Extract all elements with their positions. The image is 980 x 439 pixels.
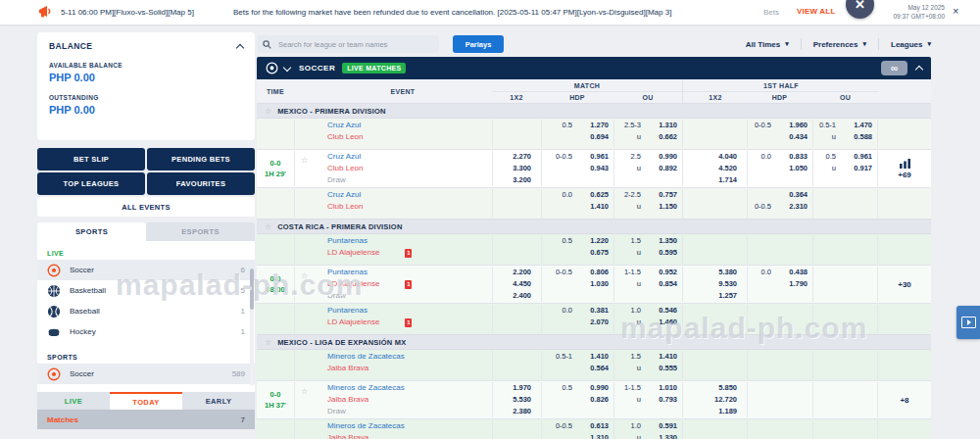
odds-price[interactable]: 12.720 [714,394,737,406]
view-all-link[interactable]: VIEW ALL [797,7,836,16]
odds-price[interactable]: 1.189 [718,406,737,417]
favourite-star-icon[interactable]: ☆ [265,107,271,116]
odds-price[interactable]: 1.410 [577,201,609,213]
parlays-button[interactable]: Parlays [453,35,504,53]
tab-today[interactable]: TODAY [110,392,182,410]
odds-price[interactable]: 0.555 [646,363,677,374]
odds-price[interactable]: 1.470 [841,120,872,131]
chevron-down-icon[interactable] [283,63,291,71]
odds-price[interactable]: 0.990 [646,151,677,163]
sidebar-item-soccer-live[interactable]: Soccer 6 [37,260,255,280]
odds-price[interactable]: 0.757 [646,189,677,201]
odds-price[interactable]: 1.790 [776,278,808,290]
odds-price[interactable]: 1.150 [646,201,677,213]
sidebar-item-soccer-sports[interactable]: Soccer 589 [37,364,255,384]
search-box[interactable] [257,35,439,53]
odds-price[interactable]: 5.530 [513,394,531,406]
collapse-chevron-icon[interactable] [236,43,244,51]
odds-price[interactable]: 1.010 [646,382,677,394]
infinity-toggle-button[interactable]: ∞ [881,61,907,75]
odds-price[interactable]: 1.050 [776,163,808,174]
odds-price[interactable]: 0.833 [776,151,808,163]
odds-price[interactable]: 1.960 [776,120,808,131]
odds-price[interactable]: 4.040 [718,151,737,163]
odds-price[interactable]: 2.070 [577,317,609,328]
league-header[interactable]: ☆COSTA RICA - PRIMERA DIVISION [257,220,931,234]
odds-price[interactable]: 0.588 [841,131,872,143]
favourite-star-icon[interactable]: ☆ [301,156,308,165]
odds-price[interactable]: 1.310 [577,432,609,439]
odds-price[interactable]: 0.952 [646,267,677,278]
odds-price[interactable]: 2.310 [776,201,808,213]
more-bets-button[interactable]: +8 [878,350,931,439]
tab-esports[interactable]: ESPORTS [146,222,255,241]
odds-price[interactable]: 1.350 [646,235,677,247]
chevron-up-icon[interactable] [915,66,923,73]
odds-price[interactable]: 5.380 [718,267,737,278]
odds-price[interactable]: 4.520 [718,163,737,174]
odds-price[interactable]: 0.961 [841,151,872,163]
odds-price[interactable]: 1.970 [513,382,531,394]
matches-filter-row[interactable]: Matches 7 [37,410,255,429]
odds-price[interactable]: 1.714 [718,174,737,186]
odds-price[interactable]: 0.826 [577,394,609,406]
odds-price[interactable]: 3.200 [513,174,531,186]
odds-price[interactable]: 0.892 [646,163,677,174]
sidebar-item-hockey[interactable]: Hockey 1 [37,321,255,342]
odds-price[interactable]: 5.850 [718,382,737,394]
pending-bets-button[interactable]: PENDING BETS [147,148,255,171]
odds-price[interactable]: 1.310 [646,120,677,131]
sidebar-item-baseball[interactable]: Baseball 1 [37,301,255,321]
top-leagues-button[interactable]: TOP LEAGUES [37,172,145,195]
tab-early[interactable]: EARLY [182,392,255,410]
odds-price[interactable]: 0.675 [577,247,609,259]
odds-price[interactable]: 1.410 [577,351,609,363]
tab-live[interactable]: LIVE [37,392,110,410]
league-header[interactable]: ☆MEXICO - LIGA DE EXPANSIÓN MX [257,335,931,350]
odds-price[interactable]: 1.330 [646,432,677,439]
odds-price[interactable]: 0.364 [776,189,808,201]
odds-price[interactable]: 0.613 [577,420,609,432]
odds-price[interactable]: 0.662 [646,131,677,143]
odds-price[interactable]: 2.200 [513,267,531,278]
more-bets-button[interactable]: +69 [878,119,931,219]
close-icon[interactable]: × [953,5,958,17]
more-bets-button[interactable]: +30 [878,234,931,334]
odds-price[interactable]: 3.300 [513,163,531,174]
odds-price[interactable]: 0.546 [646,305,677,317]
odds-price[interactable]: 1.257 [718,290,737,302]
league-header[interactable]: ☆MEXICO - PRIMERA DIVISION [257,104,931,119]
sidebar-scrollbar[interactable] [250,268,254,386]
favourite-star-icon[interactable]: ☆ [265,338,271,347]
favourite-star-icon[interactable]: ☆ [301,387,308,396]
favourite-star-icon[interactable]: ☆ [265,222,271,231]
odds-price[interactable]: 0.694 [577,131,609,143]
odds-price[interactable]: 4.450 [513,278,531,290]
odds-price[interactable]: 1.460 [646,317,677,328]
odds-price[interactable]: 9.530 [718,278,737,290]
odds-price[interactable]: 1.220 [577,235,609,247]
leagues-dropdown[interactable]: Leagues ▾ [879,40,931,49]
search-input[interactable] [276,39,433,50]
odds-price[interactable]: 2.380 [513,406,531,417]
favourite-star-icon[interactable]: ☆ [301,271,308,280]
odds-price[interactable]: 0.625 [577,189,609,201]
odds-price[interactable]: 0.854 [646,278,677,290]
odds-price[interactable]: 2.400 [513,290,531,302]
favourites-button[interactable]: FAVOURITES [147,172,255,195]
sidebar-item-basketball[interactable]: Basketball 5 [37,280,255,301]
bet-slip-button[interactable]: BET SLIP [37,148,145,171]
odds-price[interactable]: 0.564 [577,363,609,374]
odds-price[interactable]: 0.793 [646,394,677,406]
odds-price[interactable]: 0.917 [841,163,872,174]
odds-price[interactable]: 0.591 [646,420,677,432]
odds-price[interactable]: 0.961 [577,151,609,163]
odds-price[interactable]: 2.270 [513,151,531,163]
all-times-dropdown[interactable]: All Times ▾ [734,40,801,49]
odds-price[interactable]: 1.270 [577,120,609,131]
live-stream-flyout-button[interactable] [956,306,980,339]
odds-price[interactable]: 0.595 [646,247,677,259]
odds-price[interactable]: 0.434 [776,131,808,143]
odds-price[interactable]: 1.410 [646,351,677,363]
all-events-button[interactable]: ALL EVENTS [37,197,255,217]
